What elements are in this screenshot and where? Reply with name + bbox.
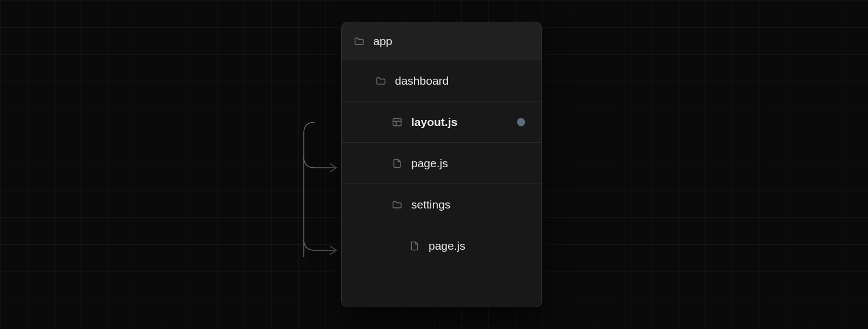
layout-icon	[392, 117, 403, 128]
file-icon	[409, 241, 420, 251]
tree-item-label: page.js	[429, 239, 465, 252]
tree-root[interactable]: app	[342, 22, 541, 60]
folder-icon	[354, 36, 365, 47]
tree-item-label: settings	[411, 198, 450, 211]
tree-item-page[interactable]: page.js	[342, 143, 541, 184]
folder-icon	[392, 199, 403, 210]
file-tree-panel: app dashboard layout.js page.js settings…	[341, 22, 542, 307]
file-icon	[392, 158, 403, 169]
tree-item-settings[interactable]: settings	[342, 184, 541, 225]
tree-item-dashboard[interactable]: dashboard	[342, 60, 541, 102]
tree-root-label: app	[373, 35, 392, 48]
tree-item-layout[interactable]: layout.js	[342, 102, 541, 143]
active-marker-icon	[517, 118, 525, 126]
folder-icon	[375, 75, 386, 86]
tree-item-label: dashboard	[395, 74, 449, 87]
tree-item-label: page.js	[411, 157, 448, 170]
connector-arrows	[282, 122, 342, 271]
tree-item-label: layout.js	[411, 116, 457, 129]
tree-item-settings-page[interactable]: page.js	[342, 225, 541, 267]
svg-rect-0	[393, 118, 401, 125]
